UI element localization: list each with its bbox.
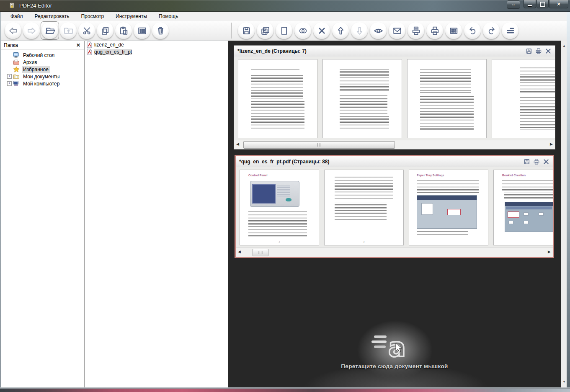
drop-hint-text: Перетащите сюда документ мышкой (228, 363, 561, 369)
delete-button[interactable] (152, 22, 169, 39)
page-strip (234, 57, 555, 143)
maximize-button[interactable] (536, 0, 549, 8)
print-icon[interactable] (535, 48, 542, 54)
close-icon[interactable] (543, 158, 549, 165)
scroll-right-icon[interactable]: ▶ (548, 250, 551, 254)
document-header[interactable]: *lizenz_en_de (Страницы: 7) (234, 46, 555, 57)
horizontal-scrollbar[interactable]: ◀ ▶ (234, 140, 555, 149)
tree-item-my-computer[interactable]: + Мой компьютер (1, 80, 84, 87)
page-heading: Paper Tray Settings (417, 174, 444, 177)
scroll-left-icon[interactable]: ◀ (238, 250, 241, 254)
window-border-right (567, 12, 570, 387)
file-item[interactable]: lizenz_en_de (85, 41, 228, 48)
page-thumbnail[interactable] (322, 59, 402, 138)
save-all-button[interactable] (257, 22, 273, 39)
document-window-qug[interactable]: *qug_en_es_fr_pt.pdf (Страницы: 88) Cont… (235, 155, 554, 258)
scroll-right-icon[interactable]: ▶ (550, 142, 553, 146)
thumbnail-grid-icon (137, 26, 147, 36)
scrollbar-thumb[interactable] (253, 249, 268, 256)
expand-plus-icon[interactable]: + (7, 81, 12, 86)
scroll-up-icon[interactable]: ▲ (561, 43, 567, 49)
close-button[interactable]: ✕ (549, 0, 568, 8)
page-thumbnail[interactable]: 3 (324, 170, 404, 245)
close-panel-button[interactable]: ✕ (75, 42, 81, 48)
star-icon (13, 66, 20, 72)
computer-icon (13, 80, 20, 87)
back-button[interactable] (5, 22, 21, 39)
print-icon[interactable] (533, 158, 540, 165)
undo-button[interactable] (464, 22, 481, 39)
remove-button[interactable] (313, 22, 330, 39)
expand-plus-icon[interactable]: + (7, 74, 12, 79)
tree-item-label: Мой компьютер (22, 80, 61, 87)
page-thumbnail[interactable]: Control Panel 2 (240, 170, 319, 245)
screenshot-image (505, 202, 553, 232)
folder-tree: Рабочий стол Архив Избранное (1, 50, 84, 87)
tree-item-my-documents[interactable]: + Мои документы (1, 73, 84, 80)
redo-icon (486, 26, 497, 36)
forward-button (23, 22, 40, 39)
remove-x-icon (317, 26, 327, 36)
tree-item-desktop[interactable]: Рабочий стол (1, 52, 84, 59)
close-icon[interactable] (545, 48, 552, 54)
tree-item-archive[interactable]: Архив (1, 59, 84, 66)
save-button[interactable] (238, 22, 255, 39)
fax-button[interactable] (408, 22, 424, 39)
mouse-cursor (395, 343, 403, 354)
page-thumbnail[interactable]: Paper Tray Settings (409, 170, 488, 245)
menu-file[interactable]: Файл (5, 12, 29, 21)
minimize-button[interactable] (524, 0, 536, 8)
scroll-down-icon[interactable]: ▼ (561, 379, 567, 385)
merge-button[interactable] (294, 22, 311, 39)
undo-icon (467, 26, 478, 36)
sort-button[interactable] (502, 22, 518, 39)
forward-icon (26, 26, 37, 36)
page-thumbnail[interactable] (492, 59, 555, 138)
cut-icon (82, 26, 92, 36)
save-icon[interactable] (526, 48, 532, 54)
document-title: *qug_en_es_fr_pt.pdf (Страницы: 88) (239, 159, 330, 165)
thumbnail-grid-button[interactable] (134, 22, 150, 39)
page-heading: Booklet Creation (502, 174, 526, 177)
page-thumbnail[interactable] (238, 59, 317, 138)
menu-view[interactable]: Просмотр (75, 12, 110, 21)
file-item-label: qug_en_es_fr_pt (94, 49, 132, 55)
file-item[interactable]: qug_en_es_fr_pt (85, 48, 228, 55)
document-window-lizenz[interactable]: *lizenz_en_de (Страницы: 7) (234, 45, 555, 150)
vertical-scrollbar[interactable]: ▲ ▼ (561, 41, 567, 387)
tree-item-favorites[interactable]: Избранное (1, 66, 84, 73)
tree-item-label: Рабочий стол (22, 52, 56, 59)
pdf24-logo-icon (8, 2, 16, 10)
copy-button[interactable] (97, 22, 113, 39)
move-up-button[interactable] (332, 22, 349, 39)
grid-icon (449, 26, 459, 36)
page-thumbnail[interactable]: Booklet Creation (493, 170, 553, 245)
copy-icon (100, 26, 111, 36)
save-icon[interactable] (524, 158, 530, 165)
window-title: PDF24 Editor (19, 3, 52, 9)
maximize-icon (540, 2, 545, 7)
scrollbar-thumb[interactable] (243, 141, 395, 149)
preview-button[interactable] (370, 22, 387, 39)
empty-page-button[interactable] (276, 22, 292, 39)
redo-button[interactable] (483, 22, 500, 39)
menu-help[interactable]: Помощь (153, 12, 184, 21)
print-button[interactable] (426, 22, 443, 39)
move-down-button (351, 22, 368, 39)
document-header[interactable]: *qug_en_es_fr_pt.pdf (Страницы: 88) (236, 156, 553, 168)
page-number: 3 (325, 240, 403, 243)
scroll-left-icon[interactable]: ◀ (236, 142, 239, 146)
email-button[interactable] (389, 22, 405, 39)
swap-window-button[interactable]: ⇔ (507, 0, 520, 9)
open-folder-button[interactable] (41, 22, 58, 39)
desktop-strip (0, 389, 570, 392)
menu-edit[interactable]: Редактировать (29, 12, 75, 21)
horizontal-scrollbar[interactable]: ◀ ▶ (236, 248, 553, 257)
cut-button[interactable] (78, 22, 95, 39)
menu-tools[interactable]: Инструменты (110, 12, 153, 21)
grid-button[interactable] (445, 22, 462, 39)
paste-button[interactable] (115, 22, 132, 39)
save-icon (241, 26, 252, 36)
toolbar (1, 21, 567, 41)
page-thumbnail[interactable] (407, 59, 487, 138)
